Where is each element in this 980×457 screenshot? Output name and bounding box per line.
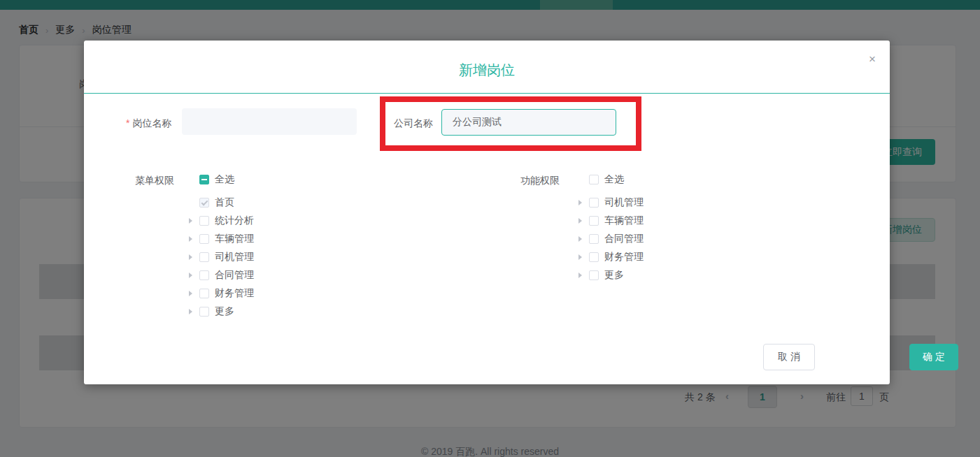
expand-arrow-icon[interactable]	[578, 236, 582, 242]
menu-permissions-tree: 全选首页统计分析车辆管理司机管理合同管理财务管理更多	[189, 171, 254, 321]
menu-permissions-label: 菜单权限	[135, 175, 174, 187]
expand-arrow-icon[interactable]	[578, 254, 582, 260]
expand-arrow-icon[interactable]	[189, 291, 192, 296]
checkbox-unchecked[interactable]	[199, 234, 209, 244]
tree-item-row: 财务管理	[189, 284, 254, 303]
arrow-slot	[578, 200, 589, 205]
cancel-button[interactable]: 取消	[763, 344, 815, 370]
arrow-slot	[189, 254, 199, 260]
tree-item-row: 司机管理	[578, 194, 644, 212]
checkbox-unchecked[interactable]	[199, 252, 209, 262]
tree-item-label[interactable]: 全选	[215, 173, 234, 186]
expand-arrow-icon[interactable]	[578, 218, 582, 224]
dialog-title: 新增岗位	[84, 61, 890, 80]
position-name-label-text: 岗位名称	[132, 117, 171, 129]
tree-item-label[interactable]: 司机管理	[604, 196, 644, 209]
checkbox-unchecked[interactable]	[199, 289, 209, 298]
tree-item-label[interactable]: 统计分析	[215, 215, 254, 227]
tree-item-row: 首页	[189, 194, 254, 212]
expand-arrow-icon[interactable]	[189, 273, 192, 278]
close-icon[interactable]: ×	[869, 53, 876, 65]
function-permissions-tree: 全选司机管理车辆管理合同管理财务管理更多	[578, 171, 644, 284]
tree-item-row: 合同管理	[189, 266, 254, 284]
position-name-input[interactable]	[182, 108, 357, 135]
confirm-button[interactable]: 确定	[909, 344, 958, 370]
tree-item-label[interactable]: 车辆管理	[604, 215, 644, 227]
checkbox-checked-disabled	[199, 198, 209, 208]
expand-arrow-icon[interactable]	[578, 273, 582, 278]
arrow-slot	[578, 236, 589, 242]
company-name-input[interactable]	[441, 109, 616, 136]
arrow-slot	[189, 273, 199, 278]
checkbox-unchecked[interactable]	[589, 216, 599, 226]
tree-item-label[interactable]: 更多	[215, 305, 234, 318]
checkbox-unchecked[interactable]	[589, 270, 599, 280]
add-position-dialog: 新增岗位 × *岗位名称 公司名称 菜单权限 全选首页统计分析车辆管理司机管理合…	[84, 41, 890, 384]
checkbox-unchecked[interactable]	[199, 307, 209, 317]
expand-arrow-icon[interactable]	[189, 236, 192, 242]
company-name-label: 公司名称	[394, 117, 433, 130]
tree-item-row: 车辆管理	[189, 230, 254, 248]
tree-item-row: 更多	[189, 303, 254, 321]
position-name-label: *岗位名称	[126, 117, 171, 130]
checkbox-unchecked[interactable]	[589, 252, 599, 262]
tree-select-all-row: 全选	[578, 171, 644, 189]
tree-item-row: 司机管理	[189, 248, 254, 266]
tree-item-row: 车辆管理	[578, 212, 644, 230]
arrow-slot	[578, 254, 589, 260]
tree-item-label[interactable]: 车辆管理	[215, 233, 254, 245]
checkbox-unchecked[interactable]	[589, 198, 599, 208]
tree-item-label[interactable]: 更多	[604, 269, 624, 282]
expand-arrow-icon[interactable]	[189, 254, 192, 260]
checkbox-unchecked[interactable]	[199, 216, 209, 226]
tree-item-label[interactable]: 合同管理	[215, 269, 254, 282]
checkbox-unchecked[interactable]	[589, 175, 599, 184]
tree-item-label[interactable]: 司机管理	[215, 251, 254, 263]
tree-item-label[interactable]: 财务管理	[604, 251, 644, 263]
arrow-slot	[189, 291, 199, 296]
expand-arrow-icon[interactable]	[189, 218, 192, 224]
arrow-slot	[578, 218, 589, 224]
title-divider	[84, 93, 890, 94]
tree-item-row: 更多	[578, 266, 644, 284]
tree-item-row: 合同管理	[578, 230, 644, 248]
tree-item-label[interactable]: 全选	[604, 173, 624, 186]
required-marker: *	[126, 117, 129, 129]
arrow-slot	[189, 218, 199, 224]
function-permissions-label: 功能权限	[520, 175, 560, 187]
tree-item-label[interactable]: 财务管理	[215, 287, 254, 300]
checkbox-unchecked[interactable]	[589, 234, 599, 244]
expand-arrow-icon[interactable]	[578, 200, 582, 205]
tree-select-all-row: 全选	[189, 171, 254, 189]
expand-arrow-icon[interactable]	[189, 309, 192, 314]
tree-item-row: 统计分析	[189, 212, 254, 230]
tree-item-row: 财务管理	[578, 248, 644, 266]
arrow-slot	[578, 273, 589, 278]
arrow-slot	[189, 236, 199, 242]
arrow-slot	[189, 309, 199, 314]
checkbox-indeterminate[interactable]	[199, 175, 209, 184]
checkbox-unchecked[interactable]	[199, 270, 209, 280]
tree-item-label[interactable]: 首页	[215, 196, 234, 209]
tree-item-label[interactable]: 合同管理	[604, 233, 644, 245]
